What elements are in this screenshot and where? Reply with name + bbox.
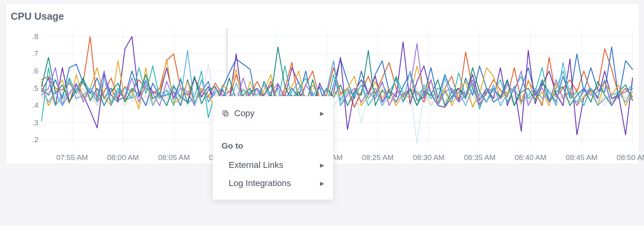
y-tick-label: .4 — [32, 101, 38, 110]
chevron-right-icon: ▶ — [320, 110, 324, 117]
y-tick-label: .2 — [32, 136, 38, 144]
x-tick-label: 08:35 AM — [464, 153, 495, 162]
context-menu-item-external-links-label: External Links — [229, 160, 320, 170]
x-tick-label: 07:55 AM — [56, 153, 88, 162]
copy-icon — [222, 109, 234, 117]
x-tick-label: 08:45 AM — [566, 153, 597, 162]
y-tick-label: .6 — [32, 67, 38, 75]
svg-rect-20 — [224, 112, 228, 116]
context-menu-item-log-integrations-label: Log Integrations — [229, 178, 320, 188]
y-tick-label: .8 — [32, 32, 38, 41]
context-menu-item-copy-label: Copy — [234, 108, 320, 119]
x-tick-label: 08:05 AM — [158, 153, 190, 162]
chevron-right-icon: ▶ — [320, 180, 324, 186]
context-menu-section-copy: Copy ▶ — [213, 96, 333, 131]
x-tick-label: 08:25 AM — [362, 153, 394, 162]
y-tick-label: .7 — [32, 49, 38, 58]
context-menu-item-external-links[interactable]: External Links ▶ — [213, 156, 333, 174]
context-menu-item-copy[interactable]: Copy ▶ — [213, 104, 333, 123]
context-menu-goto-header: Go to — [213, 138, 333, 156]
context-menu-item-log-integrations[interactable]: Log Integrations ▶ — [213, 174, 333, 192]
chart-plot-area[interactable]: .2.3.4.5.6.7.807:55 AM08:00 AM08:05 AM08… — [42, 28, 633, 149]
x-tick-label: 08:40 AM — [515, 153, 546, 162]
chart-svg[interactable] — [42, 28, 633, 149]
svg-rect-21 — [223, 111, 227, 115]
context-menu-section-goto: Go to External Links ▶ Log Integrations … — [213, 131, 333, 200]
y-tick-label: .5 — [32, 84, 38, 93]
x-tick-label: 08:30 AM — [413, 153, 445, 162]
chart-title: CPU Usage — [11, 11, 64, 22]
y-tick-label: .3 — [32, 119, 38, 127]
chevron-right-icon: ▶ — [320, 162, 324, 168]
x-tick-label: 08:00 AM — [107, 153, 139, 162]
x-tick-label: 08:50 AM — [617, 153, 644, 162]
context-menu: Copy ▶ Go to External Links ▶ Log Integr… — [212, 96, 333, 200]
